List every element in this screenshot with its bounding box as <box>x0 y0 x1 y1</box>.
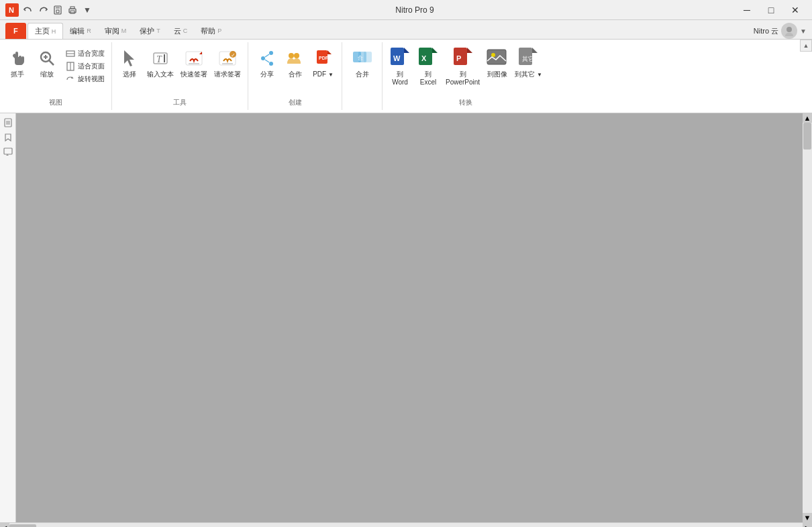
svg-point-31 <box>294 53 299 58</box>
svg-rect-3 <box>56 10 59 13</box>
select-label: 选择 <box>123 70 136 78</box>
svg-line-9 <box>49 60 54 65</box>
save-quick-button[interactable] <box>51 3 64 17</box>
scroll-up-button[interactable]: ▲ <box>803 113 812 123</box>
account-dropdown-arrow[interactable]: ▼ <box>800 27 807 35</box>
to-other-button[interactable]: 其它 到其它 ▼ <box>512 46 545 80</box>
tab-cloud[interactable]: 云 C <box>167 23 195 39</box>
to-excel-label: 到Excel <box>420 70 436 86</box>
to-ppt-button[interactable]: P 到PowerPoint <box>443 46 483 88</box>
pdf-button[interactable]: PDF PDF ▼ <box>310 46 337 80</box>
zoom-tool-label: 缩放 <box>40 70 54 78</box>
ribbon-tabs-row: F 主页 H 编辑 R 审阅 M 保护 T 云 C 帮助 P <box>0 20 754 39</box>
to-word-label: 到Word <box>392 70 408 86</box>
rotate-view-button[interactable]: 旋转视图 <box>63 73 107 85</box>
to-image-button[interactable]: 到图像 <box>484 46 511 80</box>
group-tools-label: 工具 <box>173 98 187 109</box>
left-sidebar <box>0 113 16 522</box>
view-small-buttons: 适合宽度 适合页面 旋转视图 <box>63 46 107 85</box>
select-tool-button[interactable]: 选择 <box>116 46 143 80</box>
hscroll-thumb[interactable] <box>9 524 36 528</box>
group-convert: W 到Word X 到Excel <box>383 42 549 110</box>
svg-rect-5 <box>70 7 74 9</box>
svg-text:其它: 其它 <box>522 56 534 62</box>
user-avatar[interactable] <box>781 23 797 39</box>
hand-tool-label: 抓手 <box>11 70 24 78</box>
horizontal-scrollbar[interactable]: ◄ ► <box>0 522 812 527</box>
create-group-content: 分享 合作 PDF <box>254 44 337 98</box>
group-tools: 选择 T 输入文本 <box>112 42 248 110</box>
tab-file[interactable]: F <box>5 23 26 39</box>
text-input-button[interactable]: T 输入文本 <box>144 46 176 80</box>
svg-line-29 <box>265 60 269 62</box>
svg-marker-43 <box>432 48 438 53</box>
hand-icon <box>7 48 28 69</box>
redo-button[interactable] <box>36 3 50 17</box>
text-input-icon: T <box>150 48 171 69</box>
to-word-button[interactable]: W 到Word <box>387 46 413 88</box>
request-sign-button[interactable]: ✓ 请求签署 <box>211 46 244 80</box>
minimize-button[interactable]: ─ <box>735 0 758 20</box>
scroll-right-button[interactable]: ► <box>803 523 812 528</box>
text-input-label: 输入文本 <box>147 70 174 78</box>
collaborate-icon <box>285 48 306 69</box>
title-bar-left: N ▼ <box>5 3 94 17</box>
collaborate-button[interactable]: 合作 <box>282 46 309 80</box>
sidebar-pages-icon[interactable] <box>1 116 15 129</box>
merge-button[interactable]: 合 合并 <box>349 46 376 80</box>
undo-button[interactable] <box>21 3 35 17</box>
svg-point-26 <box>269 51 273 55</box>
to-ppt-icon: P <box>452 48 474 69</box>
collaborate-label: 合作 <box>289 70 302 78</box>
sidebar-annotations-icon[interactable] <box>1 145 15 159</box>
svg-text:W: W <box>393 54 401 62</box>
svg-point-27 <box>269 62 273 66</box>
tab-home[interactable]: 主页 H <box>28 23 64 39</box>
document-canvas <box>16 113 803 522</box>
scroll-thumb[interactable] <box>803 123 811 150</box>
customize-qa-button[interactable]: ▼ <box>81 3 94 17</box>
svg-text:✓: ✓ <box>231 52 236 58</box>
svg-text:P: P <box>456 54 461 62</box>
convert-group-content: W 到Word X 到Excel <box>387 44 545 98</box>
fit-page-label: 适合页面 <box>78 62 105 71</box>
to-excel-button[interactable]: X 到Excel <box>415 46 442 88</box>
quick-sign-button[interactable]: 快速签署 <box>178 46 210 80</box>
quick-access-toolbar: ▼ <box>21 3 94 17</box>
request-sign-icon: ✓ <box>217 48 238 69</box>
share-button[interactable]: 分享 <box>254 46 281 80</box>
zoom-tool-button[interactable]: 缩放 <box>34 46 60 80</box>
hand-tool-button[interactable]: 抓手 <box>4 46 31 80</box>
to-image-label: 到图像 <box>487 70 507 78</box>
tab-edit[interactable]: 编辑 R <box>63 23 98 39</box>
maximize-button[interactable]: □ <box>760 0 782 20</box>
to-ppt-label: 到PowerPoint <box>446 70 480 86</box>
vertical-scrollbar[interactable]: ▲ ▼ <box>803 113 812 522</box>
nitro-cloud-area[interactable]: Nitro 云 ▼ <box>754 23 807 39</box>
scroll-left-button[interactable]: ◄ <box>0 523 9 528</box>
view-group-content: 抓手 缩放 适合宽度 <box>4 44 107 98</box>
tab-review[interactable]: 审阅 M <box>98 23 134 39</box>
close-button[interactable]: ✕ <box>784 0 807 20</box>
tab-help[interactable]: 帮助 P <box>194 23 228 39</box>
scroll-down-button[interactable]: ▼ <box>803 513 812 522</box>
to-excel-icon: X <box>417 48 439 69</box>
to-other-label: 到其它 ▼ <box>515 70 542 78</box>
share-label: 分享 <box>260 70 274 78</box>
svg-marker-33 <box>327 50 332 54</box>
collapse-ribbon-button[interactable]: ▲ <box>800 40 812 52</box>
sidebar-bookmarks-icon[interactable] <box>1 131 15 144</box>
select-icon <box>119 48 140 69</box>
tab-protect[interactable]: 保护 T <box>133 23 167 39</box>
svg-line-28 <box>265 54 269 57</box>
fit-width-button[interactable]: 适合宽度 <box>63 48 107 60</box>
group-create: 分享 合作 PDF <box>248 42 342 110</box>
print-quick-button[interactable] <box>66 3 79 17</box>
main-area: ▲ ▼ <box>0 113 812 522</box>
svg-text:合: 合 <box>358 55 363 61</box>
fit-page-button[interactable]: 适合页面 <box>63 60 107 72</box>
window-controls: ─ □ ✕ <box>735 0 807 20</box>
ribbon-tabs-bar: F 主页 H 编辑 R 审阅 M 保护 T 云 C 帮助 P Nitro 云 <box>0 20 812 40</box>
title-bar: N ▼ Nitro Pro 9 ─ □ ✕ <box>0 0 812 20</box>
merge-label: 合并 <box>356 70 369 78</box>
